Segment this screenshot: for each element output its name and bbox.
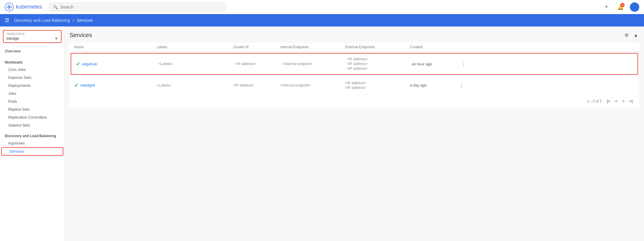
logo-area: kubernetes — [5, 3, 42, 11]
service-link-iotedged[interactable]: iotedged — [80, 83, 95, 87]
notification-badge: 3 — [620, 3, 625, 7]
sidebar-item-services[interactable]: Services — [1, 147, 63, 156]
page-header: Services ⚙ ▲ — [69, 31, 639, 39]
cell-internal-iotedged: <Internal endpoint> — [280, 83, 345, 87]
cell-name-edgehub: ✔ edgehub — [76, 61, 158, 67]
cell-external-edgehub: <IP address> <IP address> <IP address> — [347, 57, 412, 71]
cell-more-edgehub[interactable]: ⋮ — [459, 60, 469, 68]
prev-page-button[interactable]: < — [613, 98, 619, 105]
cell-labels-edgehub: <Labels> — [158, 62, 235, 66]
chevron-down-icon: ▼ — [54, 36, 58, 41]
created-value-edgehub: an hour ago — [412, 62, 432, 66]
sidebar-section-workloads: Workloads Cron Jobs Daemon Sets Deployme… — [0, 58, 64, 129]
more-options-button-edgehub[interactable]: ⋮ — [459, 60, 468, 68]
page-title: Services — [69, 32, 92, 39]
clusterip-value-edgehub: <IP address> — [235, 62, 256, 66]
breadcrumb-bar: ☰ Discovery and Load Balancing > Service… — [0, 14, 644, 26]
last-page-button[interactable]: >| — [628, 98, 635, 105]
collapse-icon: ▲ — [633, 33, 638, 38]
internal-ep-iotedged: <Internal endpoint> — [280, 83, 311, 87]
sidebar: Namespace iotedge ▼ Overview Workloads C… — [0, 26, 65, 241]
user-avatar-button[interactable]: 👤 — [630, 2, 639, 12]
col-created: Created — [410, 45, 457, 49]
next-page-button[interactable]: > — [620, 98, 626, 105]
status-ok-icon: ✔ — [74, 82, 79, 89]
ext-ep-2-iotedged: <IP address> — [345, 86, 366, 90]
sidebar-item-overview[interactable]: Overview — [0, 46, 64, 56]
cell-labels-iotedged: <Labels> — [157, 83, 233, 87]
sidebar-item-cron-jobs[interactable]: Cron Jobs — [0, 66, 64, 74]
pagination: 1 – 2 of 2 |< < > >| — [69, 95, 639, 108]
table-row: ✔ edgehub <Labels> <IP address> <Interna… — [71, 53, 638, 75]
cell-created-iotedged: a day ago — [410, 83, 457, 87]
menu-icon[interactable]: ☰ — [5, 17, 9, 24]
main-layout: Namespace iotedge ▼ Overview Workloads C… — [0, 26, 644, 241]
first-page-button[interactable]: |< — [605, 98, 612, 105]
more-options-button-iotedged[interactable]: ⋮ — [457, 82, 466, 89]
person-icon: 👤 — [632, 4, 638, 10]
cell-created-edgehub: an hour ago — [412, 62, 459, 66]
col-external-endpoints: External Endpoints — [345, 45, 410, 49]
table-header: Name Labels Cluster IP Internal Endpoint… — [69, 43, 639, 52]
collapse-icon-button[interactable]: ▲ — [632, 31, 639, 39]
breadcrumb-parent[interactable]: Discovery and Load Balancing — [14, 18, 70, 23]
cell-more-iotedged[interactable]: ⋮ — [457, 82, 468, 89]
col-internal-endpoints: Internal Endpoints — [280, 45, 345, 49]
sidebar-item-pods[interactable]: Pods — [0, 97, 64, 105]
col-cluster-ip: Cluster IP — [233, 45, 280, 49]
breadcrumb-separator: > — [72, 18, 75, 23]
content-area: Services ⚙ ▲ Name Labels Cluster IP Inte… — [65, 26, 644, 241]
ext-ep-1-edgehub: <IP address> — [347, 57, 368, 61]
service-link-edgehub[interactable]: edgehub — [82, 62, 97, 66]
clusterip-value-iotedged: <IP address> — [233, 83, 254, 87]
col-actions — [457, 45, 468, 49]
ext-ep-1-iotedged: <IP address> — [345, 81, 366, 85]
page-info: 1 – 2 of 2 — [587, 99, 602, 103]
svg-point-6 — [8, 6, 10, 8]
internal-ep-edgehub: <Internal endpoint> — [282, 62, 312, 66]
col-labels: Labels — [157, 45, 233, 49]
status-ok-icon: ✔ — [76, 61, 80, 67]
sidebar-item-stateful-sets[interactable]: Stateful Sets — [0, 121, 64, 129]
sidebar-section-discovery: Discovery and Load Balancing Ingresses S… — [0, 132, 64, 156]
sidebar-item-replication-controllers[interactable]: Replication Controllers — [0, 113, 64, 121]
notification-button[interactable]: 🔔 3 — [616, 2, 625, 12]
created-value-iotedged: a day ago — [410, 83, 427, 87]
cell-clusterip-iotedged: <IP address> — [233, 83, 280, 87]
cell-external-iotedged: <IP address> <IP address> — [345, 81, 410, 90]
breadcrumb-current: Services — [77, 18, 93, 23]
sidebar-item-daemon-sets[interactable]: Daemon Sets — [0, 74, 64, 82]
namespace-selector[interactable]: Namespace iotedge ▼ — [3, 30, 62, 43]
sidebar-group-workloads: Workloads — [0, 58, 64, 66]
search-input[interactable] — [60, 5, 222, 9]
ext-ep-2-edgehub: <IP address> — [347, 62, 368, 66]
kubernetes-logo-icon — [5, 3, 14, 11]
col-name: Name — [74, 45, 157, 49]
namespace-label: Namespace — [6, 32, 58, 36]
top-nav: kubernetes 🔍 + 🔔 3 👤 — [0, 0, 644, 14]
page-header-actions: ⚙ ▲ — [623, 31, 639, 39]
search-icon: 🔍 — [53, 5, 58, 9]
services-table: Name Labels Cluster IP Internal Endpoint… — [69, 43, 639, 108]
search-bar[interactable]: 🔍 — [49, 3, 226, 11]
cell-name-iotedged: ✔ iotedged — [74, 82, 157, 89]
labels-value-iotedged: <Labels> — [157, 83, 171, 87]
top-nav-right: + 🔔 3 👤 — [602, 2, 639, 12]
sidebar-item-jobs[interactable]: Jobs — [0, 89, 64, 97]
sidebar-group-discovery: Discovery and Load Balancing — [0, 132, 64, 139]
sidebar-item-deployments[interactable]: Deployments — [0, 82, 64, 89]
filter-icon-button[interactable]: ⚙ — [623, 31, 630, 39]
cell-clusterip-edgehub: <IP address> — [235, 62, 282, 66]
sidebar-section-overview: Overview — [0, 46, 64, 56]
labels-value-edgehub: <Labels> — [158, 62, 173, 66]
add-button[interactable]: + — [602, 2, 611, 12]
sidebar-item-ingresses[interactable]: Ingresses — [0, 139, 64, 147]
namespace-value-row[interactable]: iotedge ▼ — [6, 36, 58, 41]
cell-internal-edgehub: <Internal endpoint> — [282, 62, 347, 66]
filter-icon: ⚙ — [625, 33, 629, 38]
namespace-value: iotedge — [6, 36, 19, 41]
sidebar-item-replica-sets[interactable]: Replica Sets — [0, 105, 64, 113]
app-name: kubernetes — [16, 4, 42, 10]
ext-ep-3-edgehub: <IP address> — [347, 67, 368, 71]
table-row: ✔ iotedged <Labels> <IP address> <Intern… — [69, 76, 639, 95]
